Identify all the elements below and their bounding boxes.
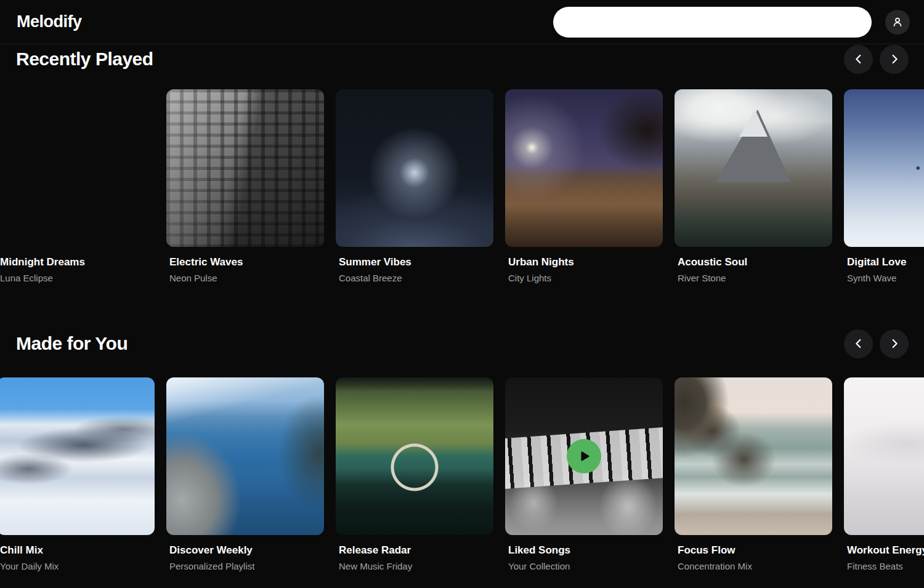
album-art: [0, 89, 155, 247]
carousel-made-for-you: Chill Mix Your Daily Mix Discover Weekly…: [0, 377, 924, 573]
carousel-next-button[interactable]: [880, 45, 909, 74]
section-header: Recently Played: [0, 45, 924, 73]
card-title: Release Radar: [339, 544, 493, 557]
playlist-card[interactable]: Digital Love Synth Wave: [844, 89, 924, 284]
playlist-card[interactable]: Discover Weekly Personalized Playlist: [166, 377, 324, 573]
card-subtitle: River Stone: [678, 272, 832, 284]
carousel-prev-button[interactable]: [844, 329, 873, 358]
card-subtitle: Coastal Breeze: [339, 272, 493, 284]
playlist-card[interactable]: Release Radar New Music Friday: [336, 377, 493, 573]
card-meta: Urban Nights City Lights: [505, 256, 663, 284]
carousel-recently-played: Midnight Dreams Luna Eclipse Electric Wa…: [0, 89, 924, 284]
user-icon: [891, 16, 904, 28]
card-meta: Workout Energy Fitness Beats: [844, 544, 924, 573]
card-meta: Chill Mix Your Daily Mix: [0, 544, 155, 573]
album-art: [675, 89, 832, 247]
chevron-right-icon: [888, 337, 901, 350]
card-subtitle: Your Daily Mix: [0, 560, 155, 573]
card-meta: Midnight Dreams Luna Eclipse: [0, 256, 155, 284]
card-title: Discover Weekly: [169, 544, 324, 557]
card-subtitle: Personalized Playlist: [169, 560, 324, 573]
playlist-card[interactable]: Focus Flow Concentration Mix: [675, 377, 832, 573]
playlist-card[interactable]: Electric Waves Neon Pulse: [166, 89, 324, 284]
section-recently-played: Recently Played Midnight Dreams: [0, 45, 924, 284]
card-meta: Acoustic Soul River Stone: [675, 256, 832, 284]
card-subtitle: Luna Eclipse: [0, 272, 155, 284]
album-art: [336, 89, 493, 247]
section-made-for-you: Made for You Chill Mix Yo: [0, 329, 924, 573]
chevron-left-icon: [852, 337, 865, 350]
card-title: Workout Energy: [847, 544, 924, 557]
card-title: Chill Mix: [0, 544, 155, 557]
playlist-card[interactable]: Urban Nights City Lights: [505, 89, 663, 284]
card-subtitle: Neon Pulse: [169, 272, 324, 284]
carousel-nav: [844, 45, 909, 74]
card-meta: Discover Weekly Personalized Playlist: [166, 544, 324, 573]
search-input[interactable]: [553, 7, 872, 38]
card-meta: Summer Vibes Coastal Breeze: [336, 256, 493, 284]
card-title: Digital Love: [847, 256, 924, 269]
app-logo: Melodify: [17, 12, 82, 31]
chevron-left-icon: [852, 52, 865, 66]
playlist-card[interactable]: Midnight Dreams Luna Eclipse: [0, 89, 155, 284]
album-art: [844, 377, 924, 535]
card-title: Summer Vibes: [339, 256, 493, 269]
card-title: Urban Nights: [508, 256, 663, 269]
playlist-card[interactable]: Summer Vibes Coastal Breeze: [336, 89, 493, 284]
section-title: Made for You: [16, 333, 128, 354]
playlist-card[interactable]: Chill Mix Your Daily Mix: [0, 377, 155, 573]
card-meta: Liked Songs Your Collection: [505, 544, 663, 573]
card-subtitle: New Music Friday: [339, 560, 493, 573]
profile-button[interactable]: [885, 10, 910, 34]
album-art: [0, 377, 155, 535]
card-subtitle: Fitness Beats: [847, 560, 924, 573]
main-content: Recently Played Midnight Dreams: [0, 45, 924, 573]
card-meta: Digital Love Synth Wave: [844, 256, 924, 284]
playlist-card[interactable]: Acoustic Soul River Stone: [675, 89, 832, 284]
playlist-card-liked-songs[interactable]: Liked Songs Your Collection: [505, 377, 663, 573]
album-art: [844, 89, 924, 247]
card-subtitle: Concentration Mix: [678, 560, 832, 573]
carousel-nav: [844, 329, 909, 358]
album-art: [505, 89, 663, 247]
album-art: [505, 377, 663, 535]
play-icon: [576, 448, 592, 464]
playlist-card[interactable]: Workout Energy Fitness Beats: [844, 377, 924, 573]
card-subtitle: Synth Wave: [847, 272, 924, 284]
album-art: [166, 377, 324, 535]
section-title: Recently Played: [16, 49, 153, 70]
section-header: Made for You: [0, 329, 924, 358]
album-art: [675, 377, 832, 535]
card-meta: Release Radar New Music Friday: [336, 544, 493, 573]
app-header: Melodify: [0, 0, 924, 44]
play-button[interactable]: [567, 439, 601, 473]
card-title: Midnight Dreams: [0, 256, 155, 269]
card-meta: Focus Flow Concentration Mix: [675, 544, 832, 573]
card-subtitle: City Lights: [508, 272, 663, 284]
album-art: [336, 377, 493, 535]
card-title: Focus Flow: [678, 544, 832, 557]
carousel-prev-button[interactable]: [844, 45, 873, 74]
album-art: [166, 89, 324, 247]
card-title: Liked Songs: [508, 544, 663, 557]
card-meta: Electric Waves Neon Pulse: [166, 256, 324, 284]
card-title: Electric Waves: [169, 256, 324, 269]
chevron-right-icon: [888, 52, 901, 66]
card-title: Acoustic Soul: [678, 256, 832, 269]
card-subtitle: Your Collection: [508, 560, 663, 573]
carousel-next-button[interactable]: [880, 329, 909, 358]
